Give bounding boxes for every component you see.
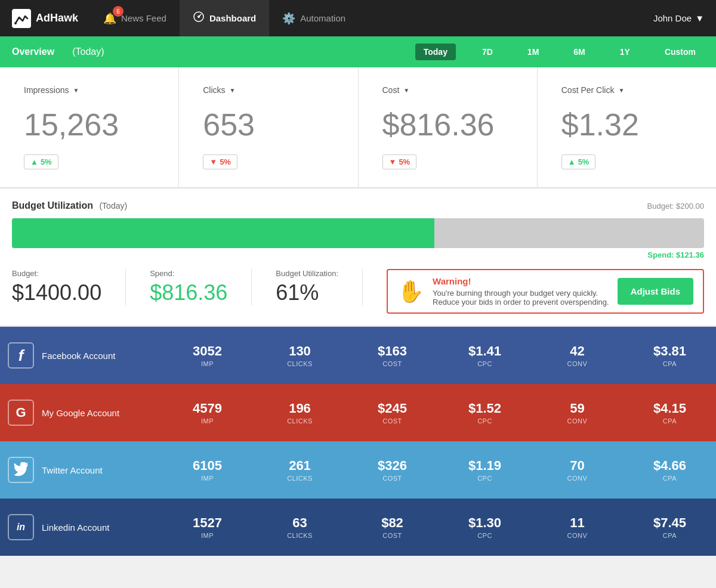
nav-automation-label: Automation — [300, 13, 345, 23]
overview-bar: Overview (Today) Today 7D 1M 6M 1Y Custo… — [0, 36, 716, 67]
time-7d[interactable]: 7D — [474, 44, 501, 60]
warning-title: Warning! — [433, 276, 609, 286]
google-stat-conv: 59 CONV — [531, 401, 624, 425]
account-row-twitter[interactable]: Twitter Account 6105 IMP 261 CLICKS $326… — [0, 441, 716, 499]
budget-title: Budget Utilization — [12, 200, 93, 211]
twitter-stat-imp: 6105 IMP — [161, 458, 254, 482]
budget-spend-value: $816.36 — [150, 280, 227, 305]
accounts-table: f Facebook Account 3052 IMP 130 CLICKS $… — [0, 327, 716, 556]
metric-impressions: Impressions ▼ 15,263 ▲ 5% — [0, 67, 179, 187]
user-name: John Doe — [653, 13, 692, 23]
arrow-up-icon: ▲ — [30, 157, 38, 166]
time-custom[interactable]: Custom — [656, 44, 704, 60]
overview-title: Overview — [12, 47, 54, 57]
brand-logo[interactable]: AdHawk — [12, 9, 78, 28]
clicks-label[interactable]: Clicks ▼ — [203, 85, 345, 95]
linkedin-stat-cpa: $7.45 CPA — [624, 515, 716, 539]
facebook-stat-imp: 3052 IMP — [161, 343, 254, 367]
cost-dropdown-icon: ▼ — [403, 87, 409, 94]
linkedin-icon-cell: in — [0, 514, 42, 540]
twitter-stat-cpa: $4.66 CPA — [624, 458, 716, 482]
facebook-account-name: Facebook Account — [42, 351, 161, 361]
budget-util-value: 61% — [276, 280, 338, 305]
time-1y[interactable]: 1Y — [612, 44, 638, 60]
budget-amount-label: Budget: $200.00 — [647, 202, 704, 211]
budget-util-stat: Budget Utilization: 61% — [276, 269, 363, 305]
impressions-label[interactable]: Impressions ▼ — [24, 85, 166, 95]
chevron-down-icon: ▼ — [695, 13, 704, 23]
budget-total-stat: Budget: $1400.00 — [12, 269, 126, 305]
time-6m[interactable]: 6M — [565, 44, 593, 60]
cpc-badge: ▲ 5% — [561, 154, 596, 169]
budget-stats: Budget: $1400.00 Spend: $816.36 Budget U… — [12, 269, 704, 326]
time-1m[interactable]: 1M — [519, 44, 547, 60]
adjust-bids-button[interactable]: Adjust Bids — [618, 278, 693, 305]
nav-automation[interactable]: ⚙️ Automation — [269, 0, 359, 36]
svg-point-2 — [197, 16, 200, 18]
account-row-linkedin[interactable]: in Linkedin Account 1527 IMP 63 CLICKS $… — [0, 499, 716, 556]
budget-spend-stat: Spend: $816.36 — [150, 269, 252, 305]
budget-title-wrap: Budget Utilization (Today) — [12, 200, 127, 211]
budget-total-value: $1400.00 — [12, 280, 101, 305]
facebook-stat-clicks: 130 CLICKS — [254, 343, 346, 367]
twitter-account-name: Twitter Account — [42, 465, 161, 475]
account-row-google[interactable]: G My Google Account 4579 IMP 196 CLICKS … — [0, 384, 716, 441]
google-stat-cpc: $1.52 CPC — [439, 401, 531, 425]
nav-dashboard-label: Dashboard — [209, 13, 256, 23]
warning-hand-icon: ✋ — [397, 281, 424, 302]
clicks-badge: ▼ 5% — [203, 154, 237, 169]
budget-spend-label: Spend: — [150, 269, 227, 278]
automation-icon: ⚙️ — [282, 12, 295, 25]
newsfeed-badge: 6 — [113, 6, 124, 17]
google-stat-imp: 4579 IMP — [161, 401, 254, 425]
budget-section: Budget Utilization (Today) Budget: $200.… — [0, 188, 716, 327]
cpc-label[interactable]: Cost Per Click ▼ — [561, 85, 704, 95]
warning-box: ✋ Warning! You're burning through your b… — [387, 269, 704, 314]
warning-body: You're burning through your budget very … — [433, 289, 609, 307]
metric-cpc: Cost Per Click ▼ $1.32 ▲ 5% — [538, 67, 716, 187]
nav-newsfeed-label: News Feed — [121, 13, 166, 23]
linkedin-icon: in — [8, 514, 34, 540]
arrow-down-icon: ▼ — [209, 157, 217, 166]
impressions-dropdown-icon: ▼ — [73, 87, 79, 94]
metric-cost: Cost ▼ $816.36 ▼ 5% — [359, 67, 538, 187]
spend-label: Spend: $121.36 — [12, 250, 704, 259]
twitter-icon — [8, 457, 34, 483]
arrow-down-icon-cost: ▼ — [389, 157, 397, 166]
nav-dashboard[interactable]: Dashboard — [180, 0, 269, 36]
facebook-icon: f — [8, 342, 34, 369]
budget-total-label: Budget: — [12, 269, 101, 278]
twitter-stat-cpc: $1.19 CPC — [439, 458, 531, 482]
budget-header: Budget Utilization (Today) Budget: $200.… — [12, 200, 704, 211]
nav-newsfeed[interactable]: 🔔 6 News Feed — [90, 0, 180, 36]
impressions-badge: ▲ 5% — [24, 154, 58, 169]
linkedin-account-name: Linkedin Account — [42, 522, 161, 533]
linkedin-stat-clicks: 63 CLICKS — [254, 515, 346, 539]
svg-point-0 — [14, 22, 17, 24]
budget-period: (Today) — [99, 201, 127, 211]
google-account-name: My Google Account — [42, 408, 161, 418]
clicks-value: 653 — [203, 107, 345, 143]
cpc-dropdown-icon: ▼ — [618, 87, 624, 94]
linkedin-stat-cpc: $1.30 CPC — [439, 515, 531, 539]
warning-text: Warning! You're burning through your bud… — [433, 276, 609, 307]
facebook-stat-cpc: $1.41 CPC — [439, 343, 531, 367]
linkedin-stat-cost: $82 COST — [346, 515, 439, 539]
navbar: AdHawk 🔔 6 News Feed Dashboard ⚙️ Automa… — [0, 0, 716, 36]
twitter-icon-cell — [0, 457, 42, 483]
cost-badge: ▼ 5% — [382, 154, 417, 169]
cost-value: $816.36 — [382, 107, 525, 143]
arrow-up-icon-cpc: ▲ — [568, 157, 576, 166]
account-row-facebook[interactable]: f Facebook Account 3052 IMP 130 CLICKS $… — [0, 327, 716, 384]
metric-clicks: Clicks ▼ 653 ▼ 5% — [179, 67, 358, 187]
dashboard-icon — [193, 11, 205, 26]
cpc-value: $1.32 — [561, 107, 704, 143]
twitter-stat-clicks: 261 CLICKS — [254, 458, 346, 482]
facebook-icon-cell: f — [0, 342, 42, 369]
user-menu[interactable]: John Doe ▼ — [653, 13, 704, 23]
twitter-stat-conv: 70 CONV — [531, 458, 624, 482]
cost-label[interactable]: Cost ▼ — [382, 85, 525, 95]
progress-bar-fill — [12, 218, 434, 248]
time-today[interactable]: Today — [415, 44, 456, 60]
facebook-stat-cpa: $3.81 CPA — [624, 343, 716, 367]
